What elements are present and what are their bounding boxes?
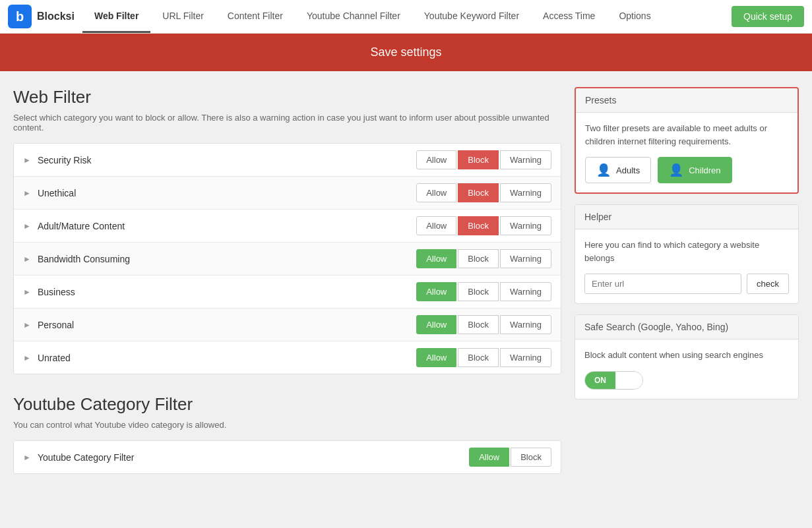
nav-tabs: Web Filter URL Filter Content Filter You… xyxy=(82,0,724,33)
youtube-category-section: Youtube Category Filter You can control … xyxy=(13,394,561,474)
tab-options[interactable]: Options xyxy=(607,0,662,33)
warning-button[interactable]: Warning xyxy=(500,282,551,301)
toggle-row: ON xyxy=(584,371,789,390)
category-label: Security Risk xyxy=(38,155,416,165)
presets-description: Two filter presets are available to meet… xyxy=(585,122,788,148)
category-label: Adult/Mature Content xyxy=(38,221,416,231)
table-row: ► Bandwidth Consuming Allow Block Warnin… xyxy=(14,243,561,276)
chevron-right-icon: ► xyxy=(23,453,31,462)
category-label: Unrated xyxy=(38,353,416,363)
block-button[interactable]: Block xyxy=(458,315,499,334)
filter-actions: Allow Block Warning xyxy=(416,150,551,169)
helper-card-body: Here you can find to which category a we… xyxy=(575,229,798,303)
block-button[interactable]: Block xyxy=(458,249,499,268)
tab-youtube-keyword-filter[interactable]: Youtube Keyword Filter xyxy=(412,0,531,33)
children-preset-button[interactable]: 👤 Children xyxy=(658,157,732,183)
table-row: ► Business Allow Block Warning xyxy=(14,276,561,308)
save-settings-bar[interactable]: Save settings xyxy=(0,34,812,71)
allow-button[interactable]: Allow xyxy=(469,448,509,467)
preset-buttons: 👤 Adults 👤 Children xyxy=(585,157,788,183)
warning-button[interactable]: Warning xyxy=(500,348,551,367)
safe-search-toggle[interactable]: ON xyxy=(584,371,643,390)
url-input[interactable] xyxy=(584,274,741,294)
allow-button[interactable]: Allow xyxy=(416,150,456,169)
warning-button[interactable]: Warning xyxy=(500,150,551,169)
tab-url-filter[interactable]: URL Filter xyxy=(150,0,216,33)
table-row: ► Unrated Allow Block Warning xyxy=(14,341,561,374)
warning-button[interactable]: Warning xyxy=(500,315,551,334)
chevron-right-icon: ► xyxy=(23,287,31,297)
filter-actions: Allow Block Warning xyxy=(416,348,551,367)
navigation-bar: b Blocksi Web Filter URL Filter Content … xyxy=(0,0,812,34)
table-row: ► Youtube Category Filter Allow Block xyxy=(14,441,561,473)
filter-actions: Allow Block xyxy=(469,448,551,467)
allow-button[interactable]: Allow xyxy=(416,216,456,235)
youtube-category-title: Youtube Category Filter xyxy=(13,394,561,415)
chevron-right-icon: ► xyxy=(23,221,31,231)
presets-card-header: Presets xyxy=(576,88,797,113)
block-button[interactable]: Block xyxy=(511,448,551,467)
block-button[interactable]: Block xyxy=(458,282,499,301)
presets-card: Presets Two filter presets are available… xyxy=(575,87,799,194)
youtube-category-row-label: Youtube Category Filter xyxy=(38,452,469,463)
category-label: Bandwidth Consuming xyxy=(38,254,416,264)
block-button[interactable]: Block xyxy=(458,348,499,367)
presets-card-body: Two filter presets are available to meet… xyxy=(576,113,797,192)
allow-button[interactable]: Allow xyxy=(416,348,456,367)
block-button[interactable]: Block xyxy=(458,150,499,169)
tab-web-filter[interactable]: Web Filter xyxy=(82,0,150,33)
filter-actions: Allow Block Warning xyxy=(416,282,551,301)
allow-button[interactable]: Allow xyxy=(416,282,456,301)
filter-table: ► Security Risk Allow Block Warning ► Un… xyxy=(13,143,561,374)
chevron-right-icon: ► xyxy=(23,156,31,165)
category-label: Personal xyxy=(38,320,416,330)
filter-actions: Allow Block Warning xyxy=(416,183,551,202)
warning-button[interactable]: Warning xyxy=(500,216,551,235)
toggle-on[interactable]: ON xyxy=(585,372,615,389)
toggle-off[interactable] xyxy=(615,372,642,389)
web-filter-desc: Select which category you want to block … xyxy=(13,113,561,132)
category-label: Business xyxy=(38,287,416,297)
left-panel: Web Filter Select which category you wan… xyxy=(13,87,561,474)
logo-letter: b xyxy=(16,9,24,24)
right-panel: Presets Two filter presets are available… xyxy=(575,87,799,474)
block-button[interactable]: Block xyxy=(458,183,499,202)
allow-button[interactable]: Allow xyxy=(416,315,456,334)
adults-preset-button[interactable]: 👤 Adults xyxy=(585,157,651,183)
warning-button[interactable]: Warning xyxy=(500,183,551,202)
children-icon: 👤 xyxy=(669,163,683,177)
chevron-right-icon: ► xyxy=(23,254,31,264)
helper-card: Helper Here you can find to which catego… xyxy=(575,204,799,304)
allow-button[interactable]: Allow xyxy=(416,183,456,202)
table-row: ► Security Risk Allow Block Warning xyxy=(14,144,561,177)
quick-setup-button[interactable]: Quick setup xyxy=(732,6,804,27)
table-row: ► Personal Allow Block Warning xyxy=(14,308,561,341)
safe-search-header: Safe Search (Google, Yahoo, Bing) xyxy=(575,315,798,339)
safe-search-body: Block adult content when using search en… xyxy=(575,339,798,399)
block-button[interactable]: Block xyxy=(458,216,499,235)
helper-description: Here you can find to which category a we… xyxy=(584,239,789,264)
nav-right: Quick setup xyxy=(724,0,812,33)
youtube-filter-table: ► Youtube Category Filter Allow Block xyxy=(13,440,561,474)
tab-youtube-channel-filter[interactable]: Youtube Channel Filter xyxy=(295,0,412,33)
helper-card-header: Helper xyxy=(575,205,798,229)
tab-content-filter[interactable]: Content Filter xyxy=(216,0,295,33)
tab-access-time[interactable]: Access Time xyxy=(531,0,607,33)
logo-area: b Blocksi xyxy=(0,0,82,33)
allow-button[interactable]: Allow xyxy=(416,249,456,268)
warning-button[interactable]: Warning xyxy=(500,249,551,268)
youtube-category-desc: You can control what Youtube video categ… xyxy=(13,420,561,430)
check-button[interactable]: check xyxy=(747,274,789,294)
chevron-right-icon: ► xyxy=(23,353,31,363)
web-filter-title: Web Filter xyxy=(13,87,561,107)
safe-search-description: Block adult content when using search en… xyxy=(584,349,789,362)
adults-icon: 👤 xyxy=(596,163,611,177)
chevron-right-icon: ► xyxy=(23,320,31,330)
filter-actions: Allow Block Warning xyxy=(416,249,551,268)
chevron-right-icon: ► xyxy=(23,189,31,198)
url-input-row: check xyxy=(584,274,789,294)
table-row: ► Unethical Allow Block Warning xyxy=(14,177,561,210)
category-label: Unethical xyxy=(38,188,416,198)
filter-actions: Allow Block Warning xyxy=(416,315,551,334)
logo-icon: b xyxy=(8,5,32,28)
